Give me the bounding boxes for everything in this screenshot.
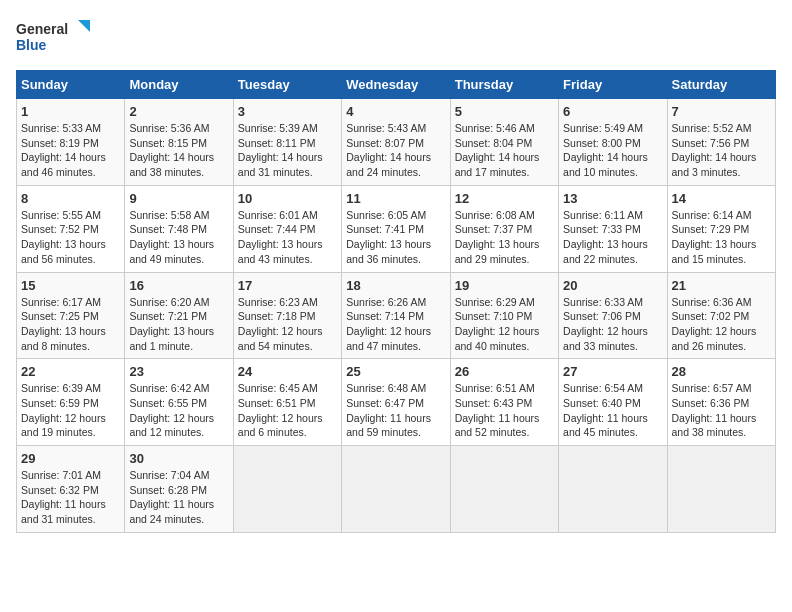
day-number: 10 <box>238 191 337 206</box>
day-number: 3 <box>238 104 337 119</box>
weekday-header: Wednesday <box>342 71 450 99</box>
cell-info: Sunrise: 5:49 AMSunset: 8:00 PMDaylight:… <box>563 122 648 178</box>
calendar-table: SundayMondayTuesdayWednesdayThursdayFrid… <box>16 70 776 533</box>
cell-info: Sunrise: 5:55 AMSunset: 7:52 PMDaylight:… <box>21 209 106 265</box>
day-number: 24 <box>238 364 337 379</box>
day-number: 9 <box>129 191 228 206</box>
calendar-cell: 2Sunrise: 5:36 AMSunset: 8:15 PMDaylight… <box>125 99 233 186</box>
calendar-cell: 1Sunrise: 5:33 AMSunset: 8:19 PMDaylight… <box>17 99 125 186</box>
page-header: General Blue <box>16 16 776 60</box>
day-number: 26 <box>455 364 554 379</box>
logo: General Blue <box>16 16 96 60</box>
day-number: 27 <box>563 364 662 379</box>
calendar-cell: 8Sunrise: 5:55 AMSunset: 7:52 PMDaylight… <box>17 185 125 272</box>
day-number: 8 <box>21 191 120 206</box>
day-number: 15 <box>21 278 120 293</box>
calendar-cell: 21Sunrise: 6:36 AMSunset: 7:02 PMDayligh… <box>667 272 775 359</box>
calendar-cell: 18Sunrise: 6:26 AMSunset: 7:14 PMDayligh… <box>342 272 450 359</box>
day-number: 29 <box>21 451 120 466</box>
calendar-week-row: 8Sunrise: 5:55 AMSunset: 7:52 PMDaylight… <box>17 185 776 272</box>
calendar-cell: 26Sunrise: 6:51 AMSunset: 6:43 PMDayligh… <box>450 359 558 446</box>
svg-text:General: General <box>16 21 68 37</box>
calendar-cell: 23Sunrise: 6:42 AMSunset: 6:55 PMDayligh… <box>125 359 233 446</box>
day-number: 19 <box>455 278 554 293</box>
cell-info: Sunrise: 5:52 AMSunset: 7:56 PMDaylight:… <box>672 122 757 178</box>
cell-info: Sunrise: 6:17 AMSunset: 7:25 PMDaylight:… <box>21 296 106 352</box>
day-number: 2 <box>129 104 228 119</box>
calendar-cell <box>667 446 775 533</box>
cell-info: Sunrise: 5:46 AMSunset: 8:04 PMDaylight:… <box>455 122 540 178</box>
cell-info: Sunrise: 5:43 AMSunset: 8:07 PMDaylight:… <box>346 122 431 178</box>
cell-info: Sunrise: 6:54 AMSunset: 6:40 PMDaylight:… <box>563 382 648 438</box>
cell-info: Sunrise: 5:58 AMSunset: 7:48 PMDaylight:… <box>129 209 214 265</box>
calendar-cell: 30Sunrise: 7:04 AMSunset: 6:28 PMDayligh… <box>125 446 233 533</box>
general-blue-logo: General Blue <box>16 16 96 60</box>
day-number: 20 <box>563 278 662 293</box>
day-number: 23 <box>129 364 228 379</box>
weekday-header: Thursday <box>450 71 558 99</box>
cell-info: Sunrise: 7:04 AMSunset: 6:28 PMDaylight:… <box>129 469 214 525</box>
calendar-cell: 25Sunrise: 6:48 AMSunset: 6:47 PMDayligh… <box>342 359 450 446</box>
day-number: 12 <box>455 191 554 206</box>
cell-info: Sunrise: 6:01 AMSunset: 7:44 PMDaylight:… <box>238 209 323 265</box>
day-number: 1 <box>21 104 120 119</box>
day-number: 5 <box>455 104 554 119</box>
calendar-cell: 20Sunrise: 6:33 AMSunset: 7:06 PMDayligh… <box>559 272 667 359</box>
calendar-cell <box>233 446 341 533</box>
cell-info: Sunrise: 6:48 AMSunset: 6:47 PMDaylight:… <box>346 382 431 438</box>
day-number: 6 <box>563 104 662 119</box>
cell-info: Sunrise: 6:51 AMSunset: 6:43 PMDaylight:… <box>455 382 540 438</box>
calendar-cell: 19Sunrise: 6:29 AMSunset: 7:10 PMDayligh… <box>450 272 558 359</box>
calendar-cell: 3Sunrise: 5:39 AMSunset: 8:11 PMDaylight… <box>233 99 341 186</box>
calendar-cell: 29Sunrise: 7:01 AMSunset: 6:32 PMDayligh… <box>17 446 125 533</box>
day-number: 7 <box>672 104 771 119</box>
cell-info: Sunrise: 6:08 AMSunset: 7:37 PMDaylight:… <box>455 209 540 265</box>
day-number: 17 <box>238 278 337 293</box>
weekday-header: Monday <box>125 71 233 99</box>
cell-info: Sunrise: 6:33 AMSunset: 7:06 PMDaylight:… <box>563 296 648 352</box>
day-number: 18 <box>346 278 445 293</box>
calendar-cell: 12Sunrise: 6:08 AMSunset: 7:37 PMDayligh… <box>450 185 558 272</box>
day-number: 14 <box>672 191 771 206</box>
calendar-cell <box>559 446 667 533</box>
cell-info: Sunrise: 6:11 AMSunset: 7:33 PMDaylight:… <box>563 209 648 265</box>
cell-info: Sunrise: 6:14 AMSunset: 7:29 PMDaylight:… <box>672 209 757 265</box>
calendar-cell: 5Sunrise: 5:46 AMSunset: 8:04 PMDaylight… <box>450 99 558 186</box>
cell-info: Sunrise: 6:42 AMSunset: 6:55 PMDaylight:… <box>129 382 214 438</box>
day-number: 28 <box>672 364 771 379</box>
cell-info: Sunrise: 5:39 AMSunset: 8:11 PMDaylight:… <box>238 122 323 178</box>
calendar-cell: 16Sunrise: 6:20 AMSunset: 7:21 PMDayligh… <box>125 272 233 359</box>
cell-info: Sunrise: 6:23 AMSunset: 7:18 PMDaylight:… <box>238 296 323 352</box>
cell-info: Sunrise: 6:26 AMSunset: 7:14 PMDaylight:… <box>346 296 431 352</box>
cell-info: Sunrise: 6:39 AMSunset: 6:59 PMDaylight:… <box>21 382 106 438</box>
cell-info: Sunrise: 6:36 AMSunset: 7:02 PMDaylight:… <box>672 296 757 352</box>
cell-info: Sunrise: 6:29 AMSunset: 7:10 PMDaylight:… <box>455 296 540 352</box>
calendar-cell: 10Sunrise: 6:01 AMSunset: 7:44 PMDayligh… <box>233 185 341 272</box>
calendar-cell: 17Sunrise: 6:23 AMSunset: 7:18 PMDayligh… <box>233 272 341 359</box>
calendar-cell: 15Sunrise: 6:17 AMSunset: 7:25 PMDayligh… <box>17 272 125 359</box>
calendar-cell <box>450 446 558 533</box>
weekday-header: Saturday <box>667 71 775 99</box>
calendar-cell: 22Sunrise: 6:39 AMSunset: 6:59 PMDayligh… <box>17 359 125 446</box>
calendar-week-row: 22Sunrise: 6:39 AMSunset: 6:59 PMDayligh… <box>17 359 776 446</box>
calendar-cell: 6Sunrise: 5:49 AMSunset: 8:00 PMDaylight… <box>559 99 667 186</box>
calendar-cell: 4Sunrise: 5:43 AMSunset: 8:07 PMDaylight… <box>342 99 450 186</box>
calendar-week-row: 15Sunrise: 6:17 AMSunset: 7:25 PMDayligh… <box>17 272 776 359</box>
cell-info: Sunrise: 6:20 AMSunset: 7:21 PMDaylight:… <box>129 296 214 352</box>
calendar-cell: 28Sunrise: 6:57 AMSunset: 6:36 PMDayligh… <box>667 359 775 446</box>
day-number: 11 <box>346 191 445 206</box>
cell-info: Sunrise: 6:45 AMSunset: 6:51 PMDaylight:… <box>238 382 323 438</box>
calendar-cell: 11Sunrise: 6:05 AMSunset: 7:41 PMDayligh… <box>342 185 450 272</box>
day-number: 21 <box>672 278 771 293</box>
calendar-cell: 7Sunrise: 5:52 AMSunset: 7:56 PMDaylight… <box>667 99 775 186</box>
calendar-cell: 13Sunrise: 6:11 AMSunset: 7:33 PMDayligh… <box>559 185 667 272</box>
calendar-cell <box>342 446 450 533</box>
day-number: 4 <box>346 104 445 119</box>
calendar-cell: 14Sunrise: 6:14 AMSunset: 7:29 PMDayligh… <box>667 185 775 272</box>
cell-info: Sunrise: 7:01 AMSunset: 6:32 PMDaylight:… <box>21 469 106 525</box>
day-number: 30 <box>129 451 228 466</box>
calendar-week-row: 1Sunrise: 5:33 AMSunset: 8:19 PMDaylight… <box>17 99 776 186</box>
cell-info: Sunrise: 6:57 AMSunset: 6:36 PMDaylight:… <box>672 382 757 438</box>
calendar-cell: 27Sunrise: 6:54 AMSunset: 6:40 PMDayligh… <box>559 359 667 446</box>
calendar-cell: 24Sunrise: 6:45 AMSunset: 6:51 PMDayligh… <box>233 359 341 446</box>
